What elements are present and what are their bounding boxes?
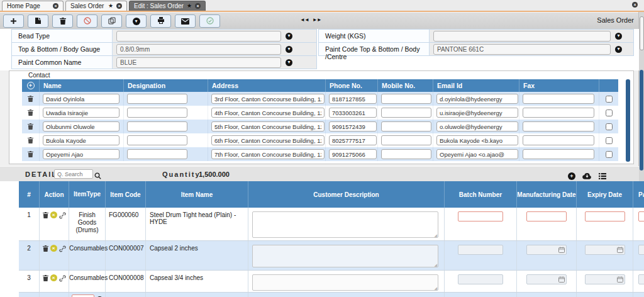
tab-sales-order[interactable]: Sales Order: [65, 1, 127, 11]
manufacturing-date-input[interactable]: [526, 274, 567, 284]
cancel-button[interactable]: [77, 14, 97, 28]
trash-icon[interactable]: [28, 123, 33, 130]
cancel-icon[interactable]: [50, 245, 57, 252]
star-icon[interactable]: [187, 3, 192, 9]
row-select-checkbox[interactable]: [606, 123, 613, 130]
expiry-date-input[interactable]: [585, 245, 625, 255]
contact-name-input[interactable]: [43, 108, 119, 118]
batch-number-input[interactable]: [458, 274, 503, 284]
close-icon[interactable]: [53, 3, 58, 9]
row-select-checkbox[interactable]: [606, 96, 613, 103]
email-button[interactable]: [175, 14, 196, 28]
expiry-date-input[interactable]: [585, 274, 625, 284]
add-row-icon[interactable]: [568, 172, 575, 180]
contact-fax-input[interactable]: [523, 108, 594, 118]
manufacturing-date-input[interactable]: [526, 211, 567, 221]
collapse-button[interactable]: [126, 14, 147, 28]
contact-phone-input[interactable]: [329, 149, 377, 159]
link-icon[interactable]: [59, 275, 66, 282]
cancel-icon[interactable]: [50, 211, 57, 218]
paste-button[interactable]: [28, 14, 48, 28]
trash-icon[interactable]: [28, 151, 33, 157]
approve-button[interactable]: [199, 14, 220, 28]
customer-description-textarea[interactable]: [252, 245, 438, 267]
link-icon[interactable]: [59, 212, 66, 219]
contact-mobile-input[interactable]: [381, 149, 431, 159]
chevron-down-icon[interactable]: [286, 59, 292, 66]
fast-forward-icon[interactable]: [313, 17, 321, 23]
manufacturing-date-input[interactable]: [526, 245, 567, 255]
link-icon[interactable]: [59, 245, 66, 252]
contact-address-input[interactable]: [211, 135, 325, 145]
gauge-input[interactable]: [116, 44, 281, 55]
chevron-down-icon[interactable]: [615, 46, 622, 53]
contact-designation-input[interactable]: [127, 121, 187, 132]
contact-email-input[interactable]: [436, 121, 518, 132]
contact-fax-input[interactable]: [523, 94, 594, 104]
contact-name-input[interactable]: [43, 135, 119, 145]
tab-edit-sales-order[interactable]: Edit : Sales Order: [129, 1, 206, 11]
packing-input[interactable]: [638, 245, 644, 255]
contact-address-input[interactable]: [211, 149, 325, 159]
cancel-icon[interactable]: [50, 274, 57, 281]
contact-address-input[interactable]: [211, 94, 325, 104]
contact-designation-input[interactable]: [127, 94, 187, 104]
print-button[interactable]: [150, 14, 171, 28]
contact-grid-scrollbar[interactable]: [626, 79, 630, 162]
row-select-checkbox[interactable]: [606, 151, 613, 158]
add-contact-icon[interactable]: [27, 82, 35, 89]
cloud-download-icon[interactable]: [582, 171, 592, 182]
contact-email-input[interactable]: [436, 135, 518, 145]
copy-button[interactable]: [101, 14, 122, 28]
contact-designation-input[interactable]: [127, 108, 187, 118]
contact-phone-input[interactable]: [329, 135, 377, 145]
tab-home-page[interactable]: Home Page: [2, 1, 64, 11]
packing-input[interactable]: [638, 274, 644, 284]
trash-icon[interactable]: [28, 96, 33, 102]
trash-icon[interactable]: [28, 109, 33, 116]
contact-phone-input[interactable]: [329, 94, 377, 104]
scrollbar-thumb[interactable]: [640, 70, 643, 171]
contact-fax-input[interactable]: [523, 121, 594, 132]
contact-name-input[interactable]: [43, 149, 119, 159]
list-view-icon[interactable]: [599, 171, 606, 182]
contact-name-input[interactable]: [43, 121, 119, 132]
trash-icon[interactable]: [43, 212, 48, 218]
trash-icon[interactable]: [43, 245, 48, 252]
item-type-select[interactable]: [72, 294, 94, 297]
packing-input[interactable]: [638, 211, 644, 221]
contact-email-input[interactable]: [436, 108, 518, 118]
contact-address-input[interactable]: [211, 121, 325, 132]
contact-mobile-input[interactable]: [381, 108, 431, 118]
close-icon[interactable]: [116, 3, 122, 9]
contact-phone-input[interactable]: [329, 108, 377, 118]
contact-mobile-input[interactable]: [381, 135, 431, 145]
weight-input[interactable]: [433, 31, 611, 42]
delete-button[interactable]: [52, 14, 73, 28]
contact-fax-input[interactable]: [523, 149, 594, 159]
row-select-checkbox[interactable]: [606, 137, 613, 144]
expiry-date-input[interactable]: [585, 211, 625, 221]
trash-icon[interactable]: [43, 275, 48, 281]
contact-name-input[interactable]: [43, 94, 119, 104]
paint-common-name-input[interactable]: [116, 57, 281, 68]
row-select-checkbox[interactable]: [606, 109, 613, 116]
contact-designation-input[interactable]: [127, 135, 187, 145]
contact-designation-input[interactable]: [127, 149, 187, 159]
contact-phone-input[interactable]: [329, 121, 377, 132]
close-icon[interactable]: [195, 3, 201, 9]
batch-number-input[interactable]: [458, 245, 503, 255]
contact-mobile-input[interactable]: [381, 121, 431, 132]
new-button[interactable]: [3, 14, 24, 28]
batch-number-input[interactable]: [458, 211, 503, 221]
search-icon[interactable]: [94, 171, 101, 182]
customer-description-textarea[interactable]: [252, 211, 438, 238]
close-all-icon[interactable]: [632, 2, 638, 8]
scrollbar-thumb[interactable]: [640, 16, 644, 50]
contact-mobile-input[interactable]: [381, 94, 431, 104]
bead-type-input[interactable]: [116, 31, 281, 42]
paint-code-input[interactable]: [433, 44, 611, 55]
contact-address-input[interactable]: [211, 108, 325, 118]
contact-fax-input[interactable]: [523, 135, 594, 145]
contact-email-input[interactable]: [436, 149, 518, 159]
